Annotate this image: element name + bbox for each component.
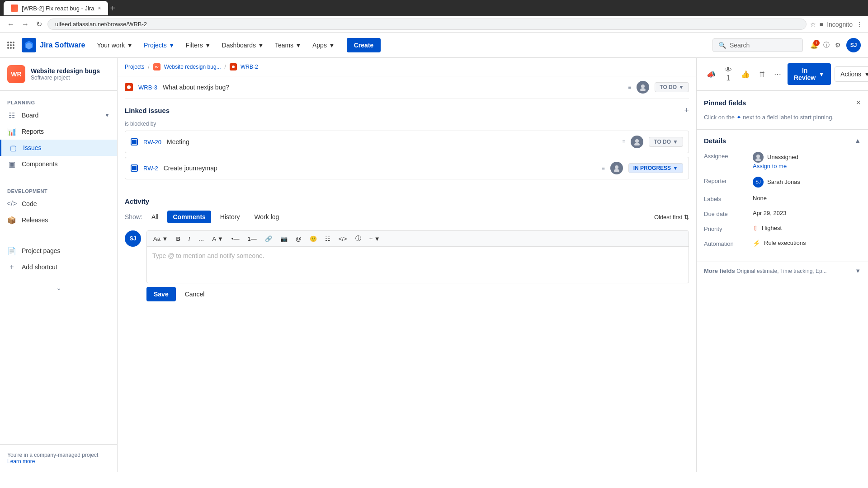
nav-icons: 🔔 1 ⓘ ⚙ SJ: [810, 38, 861, 52]
app-switcher-icon[interactable]: [7, 42, 14, 49]
add-shortcut-icon: +: [7, 263, 16, 272]
back-button[interactable]: ←: [5, 19, 16, 30]
text-color-btn[interactable]: A ▼: [209, 235, 226, 243]
due-date-value: Apr 29, 2023: [753, 210, 861, 216]
actions-button[interactable]: Actions ▼: [835, 66, 868, 82]
breadcrumb-projects[interactable]: Projects: [125, 64, 144, 70]
cancel-button[interactable]: Cancel: [179, 287, 210, 301]
forward-button[interactable]: →: [20, 19, 31, 30]
nav-apps[interactable]: Apps ▼: [308, 39, 340, 52]
svg-point-1: [232, 66, 235, 68]
user-avatar[interactable]: SJ: [846, 38, 861, 52]
sidebar-item-issues[interactable]: ▢ Issues: [0, 140, 117, 156]
table-btn[interactable]: ☷: [322, 235, 333, 243]
issue-status-todo[interactable]: TO DO ▼: [655, 82, 689, 92]
releases-icon: 📦: [7, 216, 16, 225]
assign-to-me-link[interactable]: Assign to me: [753, 163, 798, 169]
linked-issues-title: Linked issues: [125, 107, 170, 114]
learn-more-link[interactable]: Learn more: [7, 458, 110, 465]
watch-btn[interactable]: 👁 1: [722, 63, 735, 85]
automation-label: Automation: [704, 239, 749, 247]
linked-issue-status-1[interactable]: TO DO ▼: [649, 137, 683, 147]
sidebar-item-releases[interactable]: 📦 Releases: [0, 212, 117, 228]
help-icon[interactable]: ⓘ: [823, 41, 830, 49]
details-title: Details: [704, 137, 726, 145]
mention-btn[interactable]: @: [293, 235, 304, 243]
sidebar-item-add-shortcut[interactable]: + Add shortcut: [0, 259, 117, 275]
releases-label: Releases: [22, 216, 48, 224]
info-btn[interactable]: ⓘ: [353, 234, 364, 244]
numbered-list-btn[interactable]: 1―: [245, 235, 259, 243]
code-btn[interactable]: </>: [336, 235, 350, 243]
blocked-by-label: is blocked by: [125, 121, 689, 127]
text-style-btn[interactable]: Aa ▼: [151, 235, 170, 243]
details-header[interactable]: Details ▲: [704, 137, 861, 145]
announce-icon-btn[interactable]: 📣: [704, 67, 718, 81]
more-btn[interactable]: …: [195, 235, 207, 243]
nav-filters[interactable]: Filters ▼: [181, 39, 216, 52]
save-button[interactable]: Save: [146, 287, 176, 301]
reload-button[interactable]: ↻: [34, 18, 44, 30]
nav-your-work[interactable]: Your work ▼: [92, 39, 137, 52]
nav-projects[interactable]: Projects ▼: [139, 39, 179, 52]
share-btn[interactable]: ⇈: [756, 67, 768, 81]
linked-checkbox-2[interactable]: [131, 164, 138, 172]
actions-label: Actions: [840, 70, 861, 78]
editor-placeholder: Type @ to mention and notify someone.: [152, 252, 264, 259]
more-options-btn[interactable]: ⋯: [771, 67, 784, 81]
sidebar-item-project-pages[interactable]: 📄 Project pages: [0, 243, 117, 259]
nav-dashboards[interactable]: Dashboards ▼: [217, 39, 269, 52]
automation-row: Automation ⚡ Rule executions: [704, 239, 861, 247]
new-tab-button[interactable]: +: [110, 3, 115, 14]
italic-btn[interactable]: I: [186, 235, 193, 243]
sort-button[interactable]: Oldest first ⇅: [654, 214, 689, 221]
details-section: Details ▲ Assignee Unassigned Assign to …: [697, 129, 868, 262]
sidebar-item-components[interactable]: ▣ Components: [0, 156, 117, 172]
top-navigation: Jira Software Your work ▼ Projects ▼ Fil…: [0, 33, 868, 58]
notification-bell[interactable]: 🔔 1: [810, 42, 818, 49]
tab-history[interactable]: History: [215, 211, 245, 223]
tab-all[interactable]: All: [146, 211, 164, 223]
nav-teams[interactable]: Teams ▼: [270, 39, 306, 52]
extension-icon[interactable]: ■: [820, 21, 823, 28]
status-button[interactable]: In Review ▼: [788, 63, 831, 85]
thumbs-up-btn[interactable]: 👍: [738, 67, 753, 81]
search-box[interactable]: 🔍 Search: [712, 38, 803, 52]
linked-issue-key-2[interactable]: RW-2: [143, 165, 158, 172]
child-issue-key[interactable]: WRB-3: [138, 84, 157, 91]
more-fields-section[interactable]: More fields Original estimate, Time trac…: [697, 262, 868, 280]
linked-issue-status-2[interactable]: IN PROGRESS ▼: [628, 163, 683, 173]
emoji-btn[interactable]: 🙂: [307, 235, 320, 243]
chevron-down-icon: ▼: [104, 112, 110, 118]
editor-content[interactable]: Type @ to mention and notify someone.: [147, 247, 689, 283]
create-button[interactable]: Create: [347, 38, 381, 52]
address-input[interactable]: [47, 19, 807, 30]
sidebar-item-reports[interactable]: 📊 Reports: [0, 123, 117, 140]
nav-items: Your work ▼ Projects ▼ Filters ▼ Dashboa…: [92, 39, 339, 52]
child-issue-title: What about nextjs bug?: [163, 84, 623, 91]
bold-btn[interactable]: B: [173, 235, 183, 243]
linked-checkbox-1[interactable]: [131, 138, 138, 145]
more-options-btn[interactable]: + ▼: [367, 235, 383, 243]
linked-issue-key-1[interactable]: RW-20: [143, 139, 161, 145]
tab-worklog[interactable]: Work log: [249, 211, 284, 223]
link-btn[interactable]: 🔗: [262, 235, 275, 243]
bookmark-icon[interactable]: ☆: [810, 21, 816, 28]
close-pinned-fields-btn[interactable]: ×: [856, 98, 861, 108]
settings-icon[interactable]: ⚙: [835, 42, 841, 49]
priority-info: ⇧ Highest: [753, 225, 782, 232]
menu-icon[interactable]: ⋮: [856, 21, 863, 28]
add-linked-issue-btn[interactable]: +: [684, 106, 689, 115]
tab-close-btn[interactable]: ×: [98, 5, 101, 11]
breadcrumb-project-name[interactable]: Website redesign bug...: [164, 64, 221, 70]
breadcrumb-issue-key[interactable]: WRB-2: [241, 64, 258, 70]
bullet-list-btn[interactable]: •―: [229, 235, 242, 243]
activity-title: Activity: [125, 197, 689, 205]
sidebar-item-board[interactable]: ☷ Board ▼: [0, 107, 117, 123]
breadcrumb-issue-icon: [230, 63, 237, 70]
active-tab[interactable]: [WRB-2] Fix react bug - Jira ×: [4, 1, 108, 15]
image-btn[interactable]: 📷: [278, 235, 290, 243]
scroll-down-icon: ⌄: [56, 284, 61, 291]
tab-comments[interactable]: Comments: [167, 211, 211, 223]
sidebar-item-code[interactable]: </> Code: [0, 196, 117, 212]
